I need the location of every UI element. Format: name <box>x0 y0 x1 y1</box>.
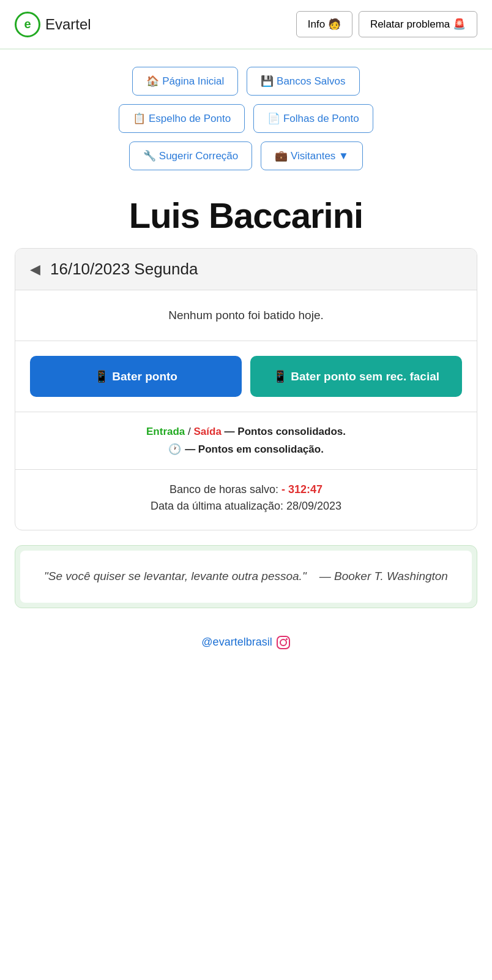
svg-rect-0 <box>277 636 289 649</box>
quote-card: "Se você quiser se levantar, levante out… <box>15 545 477 608</box>
bank-update-line: Data da última atualização: 28/09/2023 <box>30 500 462 513</box>
bank-hours-line: Banco de horas salvo: - 312:47 <box>30 483 462 496</box>
nav-sugerir-correcao[interactable]: 🔧 Sugerir Correção <box>129 141 252 170</box>
nav-row-1: 🏠 Página Inicial 💾 Bancos Salvos <box>132 67 359 96</box>
logo-text: Evartel <box>45 16 91 33</box>
user-name: Luis Baccarini <box>12 195 480 236</box>
main-card: ◀ 16/10/2023 Segunda Nenhum ponto foi ba… <box>15 248 477 530</box>
instagram-icon <box>276 635 291 650</box>
bater-ponto-button[interactable]: 📱 Bater ponto <box>30 356 242 397</box>
bank-label: Banco de horas salvo: <box>170 483 281 496</box>
legend-section: Entrada / Saída — Pontos consolidados. 🕐… <box>15 412 477 470</box>
entrada-label: Entrada <box>146 426 185 437</box>
quote-text: "Se você quiser se levantar, levante out… <box>35 568 457 586</box>
report-problem-button[interactable]: Relatar problema 🚨 <box>359 11 477 37</box>
prev-date-arrow[interactable]: ◀ <box>30 262 40 277</box>
user-name-section: Luis Baccarini <box>0 176 492 248</box>
bank-section: Banco de horas salvo: - 312:47 Data da ú… <box>15 470 477 530</box>
bank-hours-value: - 312:47 <box>281 483 322 496</box>
date-header: ◀ 16/10/2023 Segunda <box>15 249 477 290</box>
quote-inner: "Se você quiser se levantar, levante out… <box>20 551 472 603</box>
clock-emoji: 🕐 <box>168 443 181 456</box>
legend-separator: / <box>188 426 193 437</box>
legend-consolidando: 🕐 — Pontos em consolidação. <box>30 443 462 456</box>
no-points-section: Nenhum ponto foi batido hoje. <box>15 290 477 341</box>
bater-ponto-sem-facial-button[interactable]: 📱 Bater ponto sem rec. facial <box>250 356 462 397</box>
logo-icon: e <box>15 12 40 37</box>
no-points-text: Nenhum ponto foi batido hoje. <box>30 309 462 322</box>
svg-point-2 <box>286 638 288 640</box>
consolidando-text: — Pontos em consolidação. <box>185 443 324 456</box>
legend-consolidados: Entrada / Saída — Pontos consolidados. <box>30 426 462 438</box>
bater-buttons-section: 📱 Bater ponto 📱 Bater ponto sem rec. fac… <box>15 341 477 412</box>
saida-label: Saída <box>194 426 222 437</box>
nav-row-2: 📋 Espelho de Ponto 📄 Folhas de Ponto <box>119 104 373 133</box>
date-display: 16/10/2023 Segunda <box>50 260 198 279</box>
footer: @evartelbrasil <box>0 623 492 662</box>
nav-espelho-ponto[interactable]: 📋 Espelho de Ponto <box>119 104 245 133</box>
info-button[interactable]: Info 🧑 <box>296 11 352 37</box>
nav-folhas-ponto[interactable]: 📄 Folhas de Ponto <box>253 104 373 133</box>
header-buttons: Info 🧑 Relatar problema 🚨 <box>296 11 477 37</box>
instagram-link[interactable]: @evartelbrasil <box>201 635 290 650</box>
instagram-handle: @evartelbrasil <box>201 636 272 649</box>
nav-bancos-salvos[interactable]: 💾 Bancos Salvos <box>247 67 359 96</box>
consolidados-text: — Pontos consolidados. <box>225 426 346 437</box>
nav-pagina-inicial[interactable]: 🏠 Página Inicial <box>132 67 238 96</box>
nav-visitantes[interactable]: 💼 Visitantes ▼ <box>261 141 363 170</box>
svg-point-1 <box>280 639 286 646</box>
nav-row-3: 🔧 Sugerir Correção 💼 Visitantes ▼ <box>129 141 363 170</box>
header: e Evartel Info 🧑 Relatar problema 🚨 <box>0 0 492 50</box>
logo-area: e Evartel <box>15 12 91 37</box>
navigation: 🏠 Página Inicial 💾 Bancos Salvos 📋 Espel… <box>0 50 492 176</box>
